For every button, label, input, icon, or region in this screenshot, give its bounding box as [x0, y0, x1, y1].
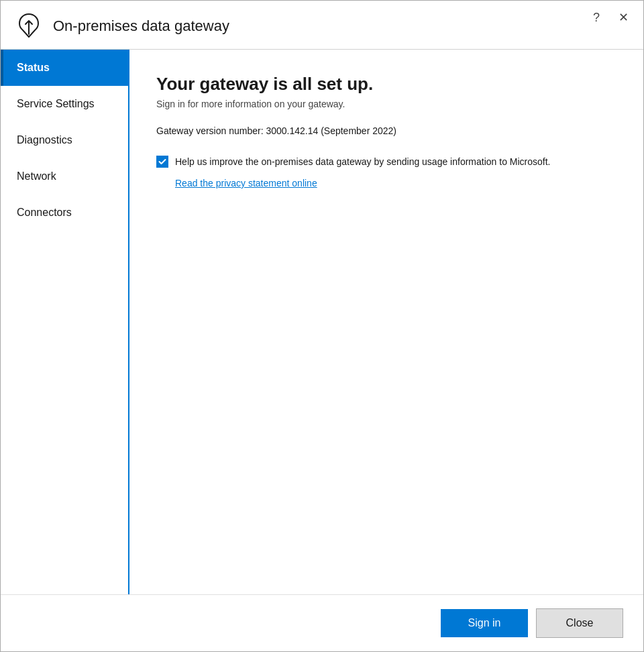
sidebar-item-diagnostics[interactable]: Diagnostics	[1, 122, 128, 158]
status-subtitle: Sign in for more information on your gat…	[156, 99, 616, 109]
app-window: On-premises data gateway ? ✕ Status Serv…	[0, 0, 644, 652]
usage-checkbox-row: Help us improve the on-premises data gat…	[156, 155, 616, 169]
sign-in-button[interactable]: Sign in	[441, 609, 528, 637]
main-content: Status Service Settings Diagnostics Netw…	[1, 50, 643, 594]
content-area: Your gateway is all set up. Sign in for …	[129, 50, 643, 594]
sidebar-item-status[interactable]: Status	[1, 50, 128, 86]
close-button[interactable]: Close	[536, 608, 623, 638]
help-button[interactable]: ?	[589, 10, 604, 25]
footer: Sign in Close	[1, 594, 643, 651]
usage-checkbox-label: Help us improve the on-premises data gat…	[175, 155, 551, 169]
version-text: Gateway version number: 3000.142.14 (Sep…	[156, 125, 616, 136]
sidebar-item-connectors[interactable]: Connectors	[1, 195, 128, 231]
privacy-link[interactable]: Read the privacy statement online	[175, 178, 317, 188]
status-heading: Your gateway is all set up.	[156, 74, 616, 95]
usage-checkbox[interactable]	[156, 156, 168, 168]
window-close-button[interactable]: ✕	[614, 10, 633, 25]
sidebar-item-network[interactable]: Network	[1, 158, 128, 195]
title-bar: On-premises data gateway ? ✕	[1, 1, 643, 50]
window-controls: ? ✕	[589, 10, 633, 25]
sidebar-item-service-settings[interactable]: Service Settings	[1, 86, 128, 122]
app-title: On-premises data gateway	[53, 17, 630, 35]
sidebar: Status Service Settings Diagnostics Netw…	[1, 50, 129, 594]
gateway-icon	[14, 11, 44, 41]
